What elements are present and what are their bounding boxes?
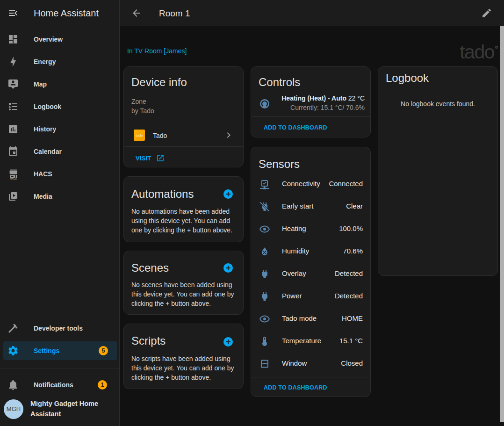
- svg-text:HACS: HACS: [10, 177, 17, 180]
